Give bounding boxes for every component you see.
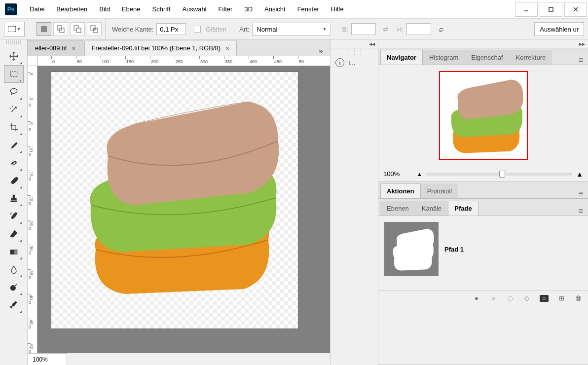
move-tool[interactable] [4, 47, 24, 65]
delete-path-icon[interactable]: 🗑 [574, 294, 582, 302]
navigator-zoom-value[interactable]: 100% [383, 170, 413, 178]
tab-korrekturen[interactable]: Korrekture [510, 50, 552, 65]
pen-tool[interactable] [4, 296, 24, 314]
menu-bearbeiten[interactable]: Bearbeiten [51, 2, 92, 16]
menu-ebene[interactable]: Ebene [117, 2, 146, 16]
history-brush-tool[interactable] [4, 207, 24, 225]
info-panel-collapsed[interactable]: i I... [331, 54, 378, 71]
gradient-tool[interactable] [4, 243, 24, 260]
selection-from-path-icon[interactable]: ◌ [506, 294, 514, 302]
height-input [406, 23, 431, 35]
artboard[interactable] [51, 72, 298, 328]
document-tab-2[interactable]: Freisteller-090.tif bei 100% (Ebene 1, R… [84, 40, 237, 56]
menu-schrift[interactable]: Schrift [147, 2, 176, 16]
collapsed-panel-strip: ◂◂ ⋮⋮⋮ i I... [330, 39, 378, 365]
panel-grip[interactable]: ⋮⋮⋮ [331, 48, 378, 54]
new-path-icon[interactable]: ⊞ [557, 294, 565, 302]
main-menu: Datei Bearbeiten Bild Ebene Schrift Ausw… [25, 2, 349, 16]
svg-rect-1 [549, 7, 553, 11]
menu-bild[interactable]: Bild [94, 2, 115, 16]
document-area: eller-089.tif× Freisteller-090.tif bei 1… [28, 39, 330, 365]
feather-input[interactable] [156, 23, 186, 35]
vertical-ruler[interactable]: 50005010015020025030035040045050055 [28, 66, 37, 365]
style-select[interactable]: Normal▼ [252, 23, 331, 36]
svg-point-17 [15, 162, 16, 163]
canvas-viewport: 05010015020025030035040045050 5000501001… [28, 56, 330, 365]
add-mask-icon[interactable]: ○ [540, 295, 549, 302]
fill-path-icon[interactable]: ● [473, 294, 480, 302]
tab-protokoll[interactable]: Protokoll [421, 183, 459, 198]
app-logo: Ps [5, 3, 17, 15]
menu-filter[interactable]: Filter [214, 2, 238, 16]
zoom-out-icon[interactable]: ▲ [417, 171, 422, 177]
stamp-tool[interactable] [4, 189, 24, 207]
stroke-path-icon[interactable]: ○ [489, 294, 497, 302]
zoom-in-icon[interactable]: ▲ [576, 170, 583, 178]
magic-wand-tool[interactable] [4, 101, 24, 118]
menu-auswahl[interactable]: Auswahl [177, 2, 211, 16]
tab-navigator[interactable]: Navigator [380, 50, 423, 65]
path-thumbnail [384, 222, 439, 276]
antialias-label: Glätten [206, 26, 226, 33]
menu-fenster[interactable]: Fenster [293, 2, 324, 16]
lasso-tool[interactable] [4, 83, 24, 101]
select-and-mask-button[interactable]: Auswählen ur [534, 22, 584, 36]
search-icon[interactable]: ⌕ [439, 25, 444, 34]
minimize-button[interactable] [515, 2, 538, 17]
selection-add-button[interactable] [53, 22, 68, 36]
panel-menu-icon[interactable]: ≡ [574, 189, 588, 198]
close-button[interactable] [564, 2, 587, 17]
panel-menu-icon[interactable]: ≡ [574, 207, 588, 216]
brush-tool[interactable] [4, 172, 24, 189]
marquee-tool[interactable] [4, 65, 24, 83]
svg-point-13 [10, 88, 17, 93]
svg-point-15 [11, 163, 12, 164]
svg-rect-11 [93, 28, 95, 30]
height-label: H: [397, 26, 404, 33]
current-tool-indicator[interactable]: ▼ [4, 22, 25, 36]
maximize-button[interactable] [540, 2, 562, 17]
selection-new-button[interactable] [37, 22, 51, 36]
tab-kanaele[interactable]: Kanäle [415, 201, 448, 216]
path-from-selection-icon[interactable]: ◇ [523, 294, 531, 302]
ruler-origin[interactable] [28, 56, 37, 66]
menu-hilfe[interactable]: Hilfe [326, 2, 349, 16]
dodge-tool[interactable] [4, 278, 24, 296]
selection-subtract-button[interactable] [70, 22, 85, 36]
right-panels: ▸▸ Navigator Histogram Eigenschaf Korrek… [378, 39, 588, 365]
path-item[interactable]: Pfad 1 [382, 220, 584, 278]
tab-ebenen[interactable]: Ebenen [380, 201, 415, 216]
healing-tool[interactable] [4, 154, 24, 172]
tab-pfade[interactable]: Pfade [448, 201, 478, 216]
tab-eigenschaften[interactable]: Eigenschaf [465, 50, 509, 65]
panel-menu-icon[interactable]: ≡ [574, 56, 588, 65]
crop-tool[interactable] [4, 118, 24, 136]
width-label: B: [342, 26, 348, 33]
menu-ansicht[interactable]: Ansicht [259, 2, 291, 16]
zoom-status[interactable]: 100% [28, 353, 67, 365]
document-tab-1[interactable]: eller-089.tif× [28, 40, 83, 56]
selection-intersect-button[interactable] [87, 22, 102, 36]
expand-icon[interactable]: ▸▸ [378, 39, 588, 48]
eyedropper-tool[interactable] [4, 136, 24, 154]
blur-tool[interactable] [4, 260, 24, 278]
eraser-tool[interactable] [4, 225, 24, 243]
svg-rect-12 [10, 72, 17, 76]
collapse-icon[interactable]: ◂◂ [331, 39, 378, 48]
close-icon[interactable]: × [72, 44, 75, 52]
horizontal-ruler[interactable]: 05010015020025030035040045050 [37, 56, 330, 66]
menu-datei[interactable]: Datei [25, 2, 49, 16]
svg-rect-19 [10, 250, 14, 254]
close-icon[interactable]: × [225, 44, 229, 52]
navigator-thumbnail[interactable] [439, 71, 528, 160]
tabs-overflow-icon[interactable]: » [312, 47, 330, 56]
tab-histogramm[interactable]: Histogram [423, 50, 465, 65]
options-bar: ▼ Weiche Kante: Glätten Art: Normal▼ B: … [0, 19, 588, 39]
zoom-slider[interactable] [426, 173, 572, 176]
tab-aktionen[interactable]: Aktionen [380, 183, 421, 198]
path-name: Pfad 1 [444, 246, 464, 253]
canvas[interactable] [37, 66, 330, 353]
panel-grip[interactable] [6, 40, 22, 44]
swap-wh-icon: ⇄ [383, 26, 388, 33]
menu-3d[interactable]: 3D [239, 2, 257, 16]
